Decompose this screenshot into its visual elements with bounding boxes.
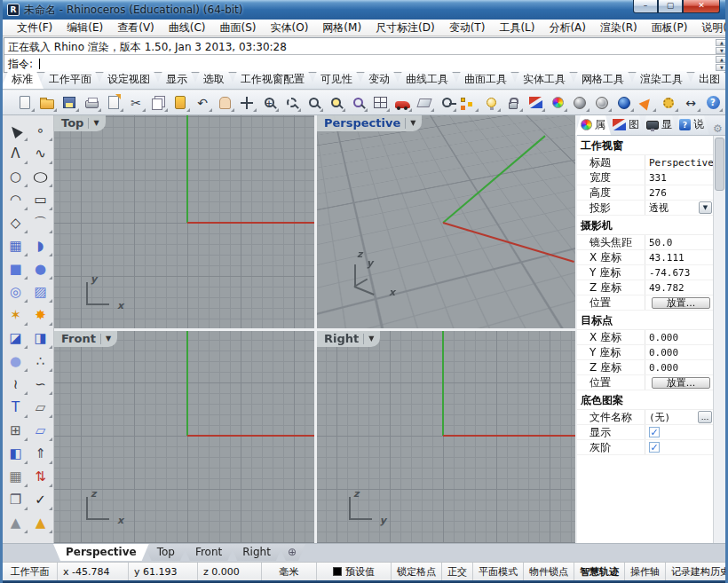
property-value[interactable]: 0.000 [645,360,713,374]
check-button[interactable]: ✓ [29,488,52,511]
viewport-tab-right[interactable]: Right [230,544,283,561]
undo-button[interactable]: ↶ [193,93,212,113]
status-toggle-智慧轨迹[interactable]: 智慧轨迹 [574,563,625,580]
lock-objects-button[interactable] [503,93,523,113]
group-button[interactable]: ⊞ [4,419,28,442]
trim-button[interactable]: ◪ [4,327,28,350]
fillet-edge-button[interactable]: ● [4,350,28,373]
extrude-button[interactable]: ⇑ [29,442,52,465]
menu-item[interactable]: 分析(A) [542,20,593,36]
add-viewport-tab-icon[interactable]: ⊕ [279,544,305,561]
close-button[interactable]: ✕ [683,0,720,13]
render-preview-button[interactable] [392,93,412,113]
viewport-menu-icon[interactable]: ▼ [93,119,99,127]
pyramid-button[interactable]: ▲ [29,511,52,534]
menu-item[interactable]: 说明(H) [694,20,728,36]
maximize-button[interactable]: ▢ [658,0,683,13]
explode-button[interactable]: ✸ [29,303,52,327]
sphere-button[interactable]: ● [29,257,52,280]
scroll-down-icon[interactable]: ▼ [716,47,728,54]
copy-object-button[interactable]: ❐ [4,488,28,511]
point-cloud-button[interactable]: ∴ [29,350,52,373]
cplane-button[interactable] [415,93,434,113]
spin-down-icon[interactable]: ▼ [716,64,728,71]
surface-3pt-button[interactable]: ▦ [4,234,28,257]
cut-button[interactable]: ✂ [126,93,146,113]
property-value[interactable]: 50.0 [645,235,713,249]
menu-item[interactable]: 工具(L) [492,20,542,36]
options-button[interactable] [659,93,678,113]
menu-item[interactable]: 渲染(R) [593,20,645,36]
boolean-union-button[interactable]: ✶ [4,303,28,327]
property-value[interactable]: -74.673 [645,265,713,280]
spin-up-icon[interactable]: ▲ [716,56,728,63]
page-edit-button[interactable] [104,93,123,113]
menu-item[interactable]: 编辑(E) [59,20,110,36]
help-button[interactable]: ? [703,93,723,113]
box-button[interactable]: ■ [4,257,28,280]
new-file-button[interactable] [15,93,35,113]
toolbar-tab[interactable]: 曲面工具 [454,71,518,89]
command-input[interactable]: 指令: ▲ ▼ [4,54,728,72]
surface-loft-button[interactable]: ◗ [29,234,52,257]
viewport-right[interactable]: z y Right ▼ [317,331,575,543]
viewport-tab-perspective[interactable]: Perspective [53,544,149,561]
toolbar-tab[interactable]: 网格工具 [571,71,635,89]
rotate-view-button[interactable] [237,93,257,113]
browse-button[interactable]: ... [698,411,712,423]
viewport-front[interactable]: z x Front ▼ [54,331,314,543]
toolbar-tab[interactable]: 显示 [155,71,198,89]
lights-button[interactable] [481,93,501,113]
array-button[interactable]: ▦ [4,465,28,488]
control-points-button[interactable] [459,93,479,113]
circle-button[interactable]: ○ [4,165,28,188]
viewport-tab-front[interactable]: Front [183,544,234,561]
polygon-button[interactable]: ◇ [4,211,28,234]
checkbox[interactable]: ✓ [649,427,660,437]
place-button[interactable]: 放置... [652,297,710,309]
zoom-window-button[interactable] [281,93,301,113]
viewport-menu-icon[interactable]: ▼ [106,335,111,343]
ellipse-button[interactable]: ○ [29,165,52,188]
property-value[interactable]: 43.111 [645,250,713,264]
dropdown-arrow-icon[interactable]: ▼ [699,201,712,214]
curve-button[interactable]: ∿ [29,142,52,165]
status-toggle-平面模式[interactable]: 平面模式 [473,563,524,580]
property-value[interactable]: 0.000 [645,330,713,344]
panel-tab-说[interactable]: ?说 [674,115,709,135]
save-file-button[interactable] [59,93,79,113]
panel-gear-icon[interactable]: ⚙ [713,122,723,135]
paste-button[interactable] [170,93,190,113]
viewport-layout-button[interactable] [370,93,390,113]
open-file-button[interactable] [37,93,57,113]
zoom-back-button[interactable] [348,93,368,113]
rendered-view-button[interactable] [592,93,612,113]
menu-item[interactable]: 实体(O) [264,20,316,36]
menu-item[interactable]: 文件(F) [10,20,59,36]
place-button[interactable]: 放置... [652,377,710,389]
torus-button[interactable]: ◎ [4,280,28,303]
toolbar-tab[interactable]: 工作视窗配置 [230,71,315,89]
blend-curve-button[interactable]: ≀ [4,373,28,396]
toolbar-tab[interactable]: 出图 [688,71,728,89]
render-button[interactable] [614,93,634,113]
object-properties-button[interactable] [548,93,567,113]
zoom-dynamic-button[interactable]: + [259,93,279,113]
rectangle-button[interactable]: ▭ [29,188,52,211]
viewport-front-label[interactable]: Front ▼ [54,331,117,347]
print-button[interactable] [82,93,101,113]
property-value[interactable]: 0.000 [645,345,713,359]
split-button[interactable]: ◨ [29,327,52,350]
toolbar-tab[interactable]: 选取 [193,71,235,89]
toolbar-tab[interactable]: 设定视图 [97,71,161,89]
property-value[interactable]: 49.782 [645,280,713,295]
viewport-top-label[interactable]: Top ▼ [54,115,106,131]
status-toggle-物件锁点[interactable]: 物件锁点 [524,563,574,580]
rotate-plane-button[interactable]: ▱ [29,419,52,442]
menu-item[interactable]: 变动(T) [442,20,493,36]
menu-item[interactable]: 网格(M) [315,20,368,36]
toolbar-tab[interactable]: 变动 [358,71,400,89]
zoom-selected-button[interactable] [326,93,345,113]
layer-color-swatch[interactable] [333,567,342,576]
panel-tab-显[interactable]: 显 [641,115,677,135]
